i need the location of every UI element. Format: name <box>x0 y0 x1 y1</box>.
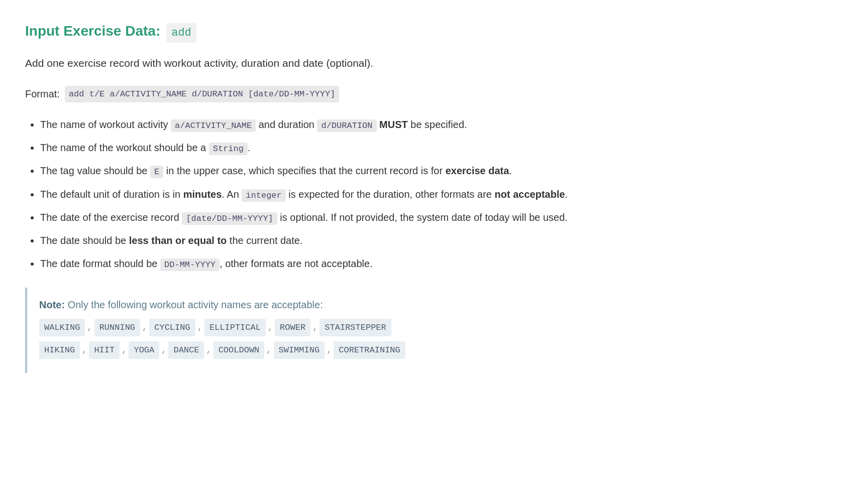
separator: , <box>327 343 332 357</box>
activity-name: DANCE <box>168 341 204 359</box>
note-label: Note: <box>39 299 65 310</box>
activity-name: RUNNING <box>94 319 140 336</box>
separator: , <box>268 321 273 334</box>
bold-text: MUST <box>379 119 408 130</box>
activity-name: ELLIPTICAL <box>204 319 266 336</box>
description-text: Add one exercise record with workout act… <box>25 55 830 72</box>
activity-row-1: WALKING,RUNNING,CYCLING,ELLIPTICAL,ROWER… <box>39 319 818 336</box>
separator: , <box>122 343 127 357</box>
list-item: The default unit of duration is in minut… <box>40 186 830 202</box>
format-label: Format: <box>25 86 60 102</box>
separator: , <box>87 321 92 334</box>
separator: , <box>82 343 87 357</box>
activity-row-2: HIKING,HIIT,YOGA,DANCE,COOLDOWN,SWIMMING… <box>39 341 818 359</box>
add-tag: add <box>166 23 196 43</box>
bold-text: not acceptable <box>495 189 565 200</box>
note-box: Note: Only the following workout activit… <box>25 288 830 373</box>
separator: , <box>161 343 166 357</box>
inline-code: integer <box>242 189 285 202</box>
list-item: The name of workout activity a/ACTIVITY_… <box>40 116 830 133</box>
separator: , <box>197 321 202 334</box>
activity-name: HIIT <box>89 341 120 359</box>
page-title: Input Exercise Data: add <box>25 20 830 43</box>
separator: , <box>312 321 317 334</box>
activity-name: STAIRSTEPPER <box>319 319 391 336</box>
list-item: The date should be less than or equal to… <box>40 232 830 248</box>
separator: , <box>206 343 211 357</box>
list-item: The date format should be DD-MM-YYYY, ot… <box>40 256 830 272</box>
inline-code: [date/DD-MM-YYYY] <box>182 212 277 225</box>
activity-name: YOGA <box>129 341 159 359</box>
note-header: Note: Only the following workout activit… <box>39 297 818 313</box>
inline-code: a/ACTIVITY_NAME <box>171 119 256 132</box>
bold-text: less than or equal to <box>129 235 227 246</box>
list-item: The date of the exercise record [date/DD… <box>40 209 830 225</box>
list-item: The name of the workout should be a Stri… <box>40 140 830 156</box>
inline-code: E <box>150 166 163 178</box>
list-item: The tag value should be E in the upper c… <box>40 163 830 179</box>
separator: , <box>142 321 147 334</box>
format-code: add t/E a/ACTIVITY_NAME d/DURATION [date… <box>65 86 340 102</box>
activity-name: CYCLING <box>149 319 195 336</box>
inline-code: String <box>209 143 248 155</box>
activity-name: WALKING <box>39 319 85 336</box>
activity-name: CORETRAINING <box>334 341 405 359</box>
separator: , <box>266 343 271 357</box>
activity-name: HIKING <box>39 341 80 359</box>
inline-code: DD-MM-YYYY <box>160 259 220 271</box>
activity-name: SWIMMING <box>274 341 325 359</box>
activity-name: COOLDOWN <box>213 341 265 359</box>
bold-text: exercise data <box>446 165 509 176</box>
activity-name: ROWER <box>275 319 310 336</box>
bold-text: minutes <box>183 189 222 200</box>
format-line: Format: add t/E a/ACTIVITY_NAME d/DURATI… <box>25 86 830 102</box>
bullet-list: The name of workout activity a/ACTIVITY_… <box>40 116 830 272</box>
note-text: Only the following workout activity name… <box>68 299 323 310</box>
inline-code: d/DURATION <box>317 119 376 132</box>
